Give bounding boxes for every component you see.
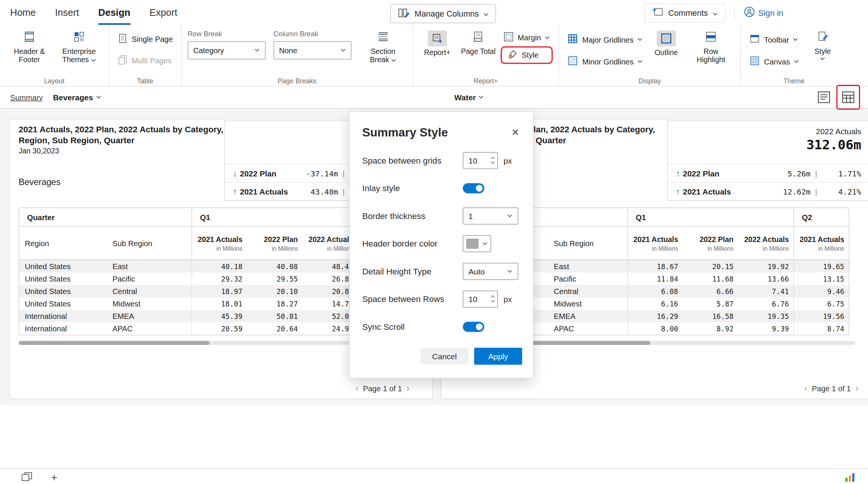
dialog-row: Sync Scroll xyxy=(350,313,533,341)
toolbar-icon xyxy=(749,34,760,46)
section-break-button[interactable]: Section Break xyxy=(359,29,407,66)
pages-icon xyxy=(21,471,34,481)
value-cell: 20.64 xyxy=(247,322,303,335)
enterprise-themes-button[interactable]: Enterprise Themes xyxy=(55,29,103,66)
value-cell: 8.92 xyxy=(683,322,738,335)
tab-beverages[interactable]: Beverages xyxy=(53,93,101,102)
menu-tab-insert[interactable]: Insert xyxy=(55,1,79,25)
column-header[interactable]: 2022 Planin Millions xyxy=(247,227,303,260)
header-border-color-picker[interactable] xyxy=(463,235,491,252)
major-gridlines-button[interactable]: Major Gridlines xyxy=(565,32,645,47)
outline-icon xyxy=(657,31,676,46)
column-header[interactable]: Sub Region xyxy=(107,227,192,260)
kpi-top: 2022 Actuals 312.06m xyxy=(668,121,868,164)
detail-height-type-select[interactable]: Auto xyxy=(463,263,518,280)
column-header[interactable]: 2022 Planin Millions xyxy=(683,227,738,260)
spinner[interactable] xyxy=(488,291,497,307)
kpi-value: 5.26m xyxy=(771,169,811,178)
column-header[interactable]: 2021 Actualsin Millions xyxy=(627,227,683,260)
single-page-icon xyxy=(118,34,128,46)
enterprise-themes-label: Enterprise Themes xyxy=(58,47,100,64)
manage-columns-button[interactable]: Manage Columns xyxy=(390,4,496,23)
row-break-select[interactable]: Category xyxy=(188,41,266,60)
enterprise-themes-icon xyxy=(73,31,86,45)
grid-view-button[interactable] xyxy=(836,85,860,110)
menu-tab-design[interactable]: Design xyxy=(98,1,130,25)
group-label-display: Display xyxy=(559,77,740,85)
minor-gridlines-button[interactable]: Minor Gridlines xyxy=(565,54,645,70)
page-total-button[interactable]: Page Total xyxy=(458,29,498,57)
multi-pages-label: Multi Pages xyxy=(132,57,172,65)
chevron-up-icon xyxy=(491,157,495,160)
column-header[interactable]: Sub Region xyxy=(548,227,627,260)
row-break-field: Row Break Category xyxy=(188,29,266,60)
chevron-left-icon[interactable]: ‹ xyxy=(356,384,359,393)
data-table: Quarter Q1 Region Sub Region 2021 Actual… xyxy=(19,208,359,335)
chevron-left-icon[interactable]: ‹ xyxy=(804,384,807,393)
scrollbar-thumb[interactable] xyxy=(19,341,210,345)
table-row[interactable]: United States Central 18.97 20.10 20.85 xyxy=(19,285,358,297)
close-icon[interactable]: ✕ xyxy=(509,126,521,140)
chevron-down-icon xyxy=(482,242,488,245)
list-view-button[interactable] xyxy=(815,89,833,106)
table-row[interactable]: International APAC 20.59 20.64 24.95 xyxy=(19,322,358,335)
page-tab[interactable] xyxy=(15,469,40,484)
multi-pages-button[interactable]: Multi Pages xyxy=(115,53,176,69)
column-break-select[interactable]: None xyxy=(274,41,351,60)
value-cell: 11.84 xyxy=(627,273,683,285)
menubar: Home Insert Design Export Manage Columns… xyxy=(0,0,868,26)
space-between-rows-input[interactable]: 10 xyxy=(463,290,498,307)
table-row[interactable]: United States East 40.18 40.08 48.44 xyxy=(19,260,358,273)
row-highlight-label: Row Highlight xyxy=(690,47,732,64)
style-button[interactable]: Style xyxy=(501,46,553,64)
spinner[interactable] xyxy=(488,152,497,168)
sign-in-button[interactable]: Sign in xyxy=(743,6,783,20)
row-highlight-button[interactable]: Row Highlight xyxy=(687,29,735,66)
sync-scroll-toggle[interactable] xyxy=(463,322,484,332)
column-header[interactable]: Region xyxy=(19,227,107,260)
kpi-label: 2022 Plan xyxy=(683,169,720,178)
field-label: Space between grids xyxy=(362,156,463,165)
style-theme-button[interactable]: Style xyxy=(804,29,841,63)
minor-gridlines-label: Minor Gridlines xyxy=(582,57,633,66)
menu-tab-export[interactable]: Export xyxy=(150,1,177,25)
margin-icon xyxy=(504,32,514,44)
apply-button[interactable]: Apply xyxy=(474,348,523,365)
inlay-style-toggle[interactable] xyxy=(463,183,484,193)
value-cell: 29.32 xyxy=(192,273,247,285)
comments-button[interactable]: Comments xyxy=(644,3,725,22)
header-footer-icon xyxy=(23,31,36,45)
table-row[interactable]: United States Midwest 18.01 18.27 14.70 xyxy=(19,297,358,310)
column-header[interactable]: 2022 Actualsin Millions xyxy=(738,227,793,260)
field-control: Auto xyxy=(463,263,522,280)
column-header[interactable]: 2021 Actualsin Millions xyxy=(192,227,247,260)
single-page-button[interactable]: Single Page xyxy=(115,32,176,47)
border-thickness-select[interactable]: 1 xyxy=(463,207,518,224)
add-page-button[interactable]: + xyxy=(51,472,58,483)
chevron-right-icon[interactable]: › xyxy=(406,384,410,393)
value-cell: 6.75 xyxy=(793,297,849,310)
tab-beverages-label: Beverages xyxy=(53,93,93,102)
sub-region-cell: Midwest xyxy=(548,297,627,310)
kpi-label: 2022 Plan xyxy=(240,169,277,178)
cancel-button[interactable]: Cancel xyxy=(420,348,469,365)
tab-summary[interactable]: Summary xyxy=(10,93,43,102)
value-cell: 11.68 xyxy=(683,273,738,285)
kpi-label: 2021 Actuals xyxy=(240,187,288,196)
header-footer-button[interactable]: Header & Footer xyxy=(6,29,53,66)
space-between-grids-input[interactable]: 10 xyxy=(463,152,498,169)
canvas-theme-button[interactable]: Canvas xyxy=(747,54,802,70)
tab-water[interactable]: Water xyxy=(454,93,484,102)
column-header[interactable]: 2021 Actualsin Millions xyxy=(793,227,849,260)
margin-button[interactable]: Margin xyxy=(501,30,553,46)
outline-button[interactable]: Outline xyxy=(648,29,685,59)
table-row[interactable]: International EMEA 45.39 50.81 52.09 xyxy=(19,310,358,322)
field-control xyxy=(463,235,522,252)
table-row[interactable]: United States Pacific 29.32 29.55 26.85 xyxy=(19,273,358,285)
canvas-icon xyxy=(749,55,760,68)
report-plus-button[interactable]: Report+ xyxy=(419,29,456,59)
menu-tab-home[interactable]: Home xyxy=(10,1,36,25)
toolbar-theme-button[interactable]: Toolbar xyxy=(747,32,802,47)
chevron-right-icon[interactable]: › xyxy=(856,384,859,393)
kpi-big-value: 312.06m xyxy=(676,138,861,152)
